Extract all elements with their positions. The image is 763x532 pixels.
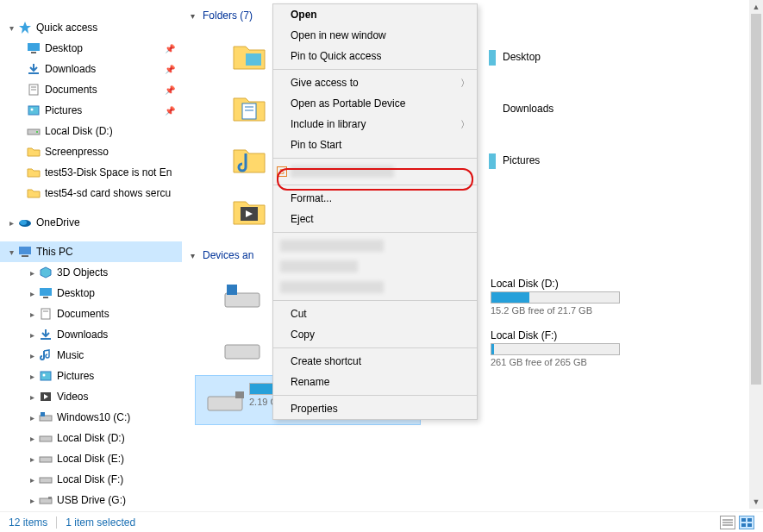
tree-label: This PC	[36, 246, 73, 258]
ctx-create-shortcut[interactable]: Create shortcut	[273, 351, 477, 372]
tree-item-local-disk-f[interactable]: ▸ Local Disk (F:)	[0, 469, 182, 490]
capacity-bar	[491, 291, 620, 304]
tree-label: Documents	[45, 84, 97, 96]
ctx-cut[interactable]: Cut	[273, 304, 477, 324]
onedrive-icon	[17, 216, 33, 229]
folder-tile-desktop[interactable]: Desktop	[480, 34, 644, 79]
downloads-icon	[38, 328, 53, 341]
chevron-down-icon[interactable]: ▾	[191, 11, 203, 21]
usb-drive-icon	[204, 385, 246, 416]
tree-item-desktop[interactable]: Desktop 📌	[0, 38, 182, 59]
folder-icon	[230, 141, 268, 179]
ctx-copy[interactable]: Copy	[273, 324, 477, 345]
ctx-eject[interactable]: Eject	[273, 209, 477, 229]
chevron-down-icon[interactable]: ▾	[5, 247, 17, 257]
pictures-icon	[38, 369, 53, 383]
svg-rect-43	[208, 397, 242, 410]
svg-rect-50	[741, 523, 746, 527]
chevron-right-icon[interactable]: ▸	[26, 392, 38, 402]
section-title: Folders (7)	[203, 9, 253, 22]
ctx-open-new-window[interactable]: Open in new window	[273, 25, 477, 46]
tree-item-documents-pc[interactable]: ▸ Documents	[0, 304, 182, 324]
chevron-right-icon[interactable]: ▸	[26, 496, 38, 505]
chevron-right-icon[interactable]: ▸	[26, 310, 38, 319]
ctx-pin-quick-access[interactable]: Pin to Quick access	[273, 46, 477, 66]
tree-item-downloads-pc[interactable]: ▸ Downloads	[0, 324, 182, 345]
chevron-right-icon[interactable]: ▸	[26, 330, 38, 340]
folder-icon	[230, 193, 268, 231]
folder-tile-pictures[interactable]: Pictures	[480, 138, 644, 183]
tree-item-pictures[interactable]: Pictures 📌	[0, 100, 182, 121]
tree-item-downloads[interactable]: Downloads 📌	[0, 59, 182, 79]
tree-item-documents[interactable]: Documents 📌	[0, 79, 182, 100]
chevron-right-icon[interactable]: ▸	[26, 434, 38, 443]
drive-icon	[222, 281, 263, 312]
tree-item-videos-pc[interactable]: ▸ Videos	[0, 386, 182, 407]
tree-label: Local Disk (E:)	[57, 453, 124, 465]
ctx-blurred-1[interactable]: S	[273, 161, 477, 182]
tree-item-local-disk-d-pc[interactable]: ▸ Local Disk (D:)	[0, 428, 182, 448]
chevron-right-icon[interactable]: ▸	[26, 268, 38, 278]
downloads-icon	[489, 90, 497, 128]
chevron-right-icon[interactable]: ▸	[26, 372, 38, 381]
scroll-up-icon[interactable]: ▲	[749, 0, 763, 14]
view-details-button[interactable]	[720, 516, 735, 529]
ctx-blurred-4[interactable]	[280, 277, 470, 297]
tree-item-pictures-pc[interactable]: ▸ Pictures	[0, 366, 182, 386]
chevron-down-icon[interactable]: ▾	[5, 23, 17, 33]
svg-rect-17	[43, 297, 48, 298]
folder-icon	[26, 166, 41, 179]
tree-item-desktop-pc[interactable]: ▸ Desktop	[0, 283, 182, 304]
tree-this-pc[interactable]: ▾ This PC	[0, 241, 182, 262]
tree-item-local-disk-d[interactable]: Local Disk (D:)	[0, 121, 182, 141]
tree-item-local-disk-e[interactable]: ▸ Local Disk (E:)	[0, 448, 182, 469]
drive-tile-local-disk-f[interactable]: Local Disk (F:) 261 GB free of 265 GB	[480, 324, 704, 372]
tree-label: Desktop	[45, 42, 83, 54]
ctx-open-portable-device[interactable]: Open as Portable Device	[273, 93, 477, 114]
vertical-scrollbar[interactable]: ▲ ▼	[749, 0, 763, 509]
drive-tile-local-disk-d[interactable]: Local Disk (D:) 15.2 GB free of 21.7 GB	[480, 272, 704, 321]
chevron-down-icon[interactable]: ▾	[191, 251, 203, 260]
view-tiles-button[interactable]	[739, 516, 754, 529]
ctx-properties[interactable]: Properties	[273, 398, 477, 419]
ctx-pin-to-start[interactable]: Pin to Start	[273, 135, 477, 155]
svg-point-22	[43, 374, 46, 377]
ctx-give-access-to[interactable]: Give access to〉	[273, 72, 477, 93]
chevron-right-icon[interactable]: ▸	[26, 289, 38, 298]
chevron-right-icon[interactable]: ▸	[26, 351, 38, 360]
drive-tile-obscured-e[interactable]	[213, 324, 282, 372]
tree-label: Downloads	[57, 329, 108, 341]
tree-label: Documents	[57, 308, 109, 320]
svg-rect-51	[747, 523, 752, 527]
tree-item-3d-objects[interactable]: ▸ 3D Objects	[0, 262, 182, 283]
tree-item-usb-drive-g[interactable]: ▸ USB Drive (G:)	[0, 490, 182, 510]
svg-rect-13	[19, 247, 31, 254]
tree-item-test54[interactable]: test54-sd card shows sercu	[0, 183, 182, 203]
tree-quick-access[interactable]: ▾ Quick access	[0, 17, 182, 38]
tree-onedrive[interactable]: ▸ OneDrive	[0, 212, 182, 233]
tree-item-screenpresso[interactable]: Screenpresso	[0, 141, 182, 162]
svg-rect-33	[242, 103, 256, 119]
ctx-blurred-3[interactable]	[280, 256, 470, 277]
ctx-rename[interactable]: Rename	[273, 372, 477, 392]
chevron-right-icon[interactable]: ▸	[26, 454, 38, 464]
svg-marker-0	[19, 22, 31, 34]
drive-tile-obscured-c[interactable]	[213, 272, 282, 321]
folder-tile-downloads[interactable]: Downloads	[480, 86, 644, 131]
scrollbar-thumb[interactable]	[751, 14, 761, 385]
ctx-open[interactable]: Open	[273, 4, 477, 25]
tree-item-music-pc[interactable]: ▸ Music	[0, 345, 182, 366]
chevron-right-icon[interactable]: ▸	[26, 475, 38, 485]
ctx-separator	[273, 158, 477, 159]
tree-item-test53[interactable]: test53-Disk Space is not En	[0, 162, 182, 183]
ctx-format[interactable]: Format...	[273, 188, 477, 209]
ctx-blurred-2[interactable]	[280, 235, 470, 256]
folder-label: Pictures	[503, 154, 540, 166]
chevron-right-icon[interactable]: ▸	[5, 218, 17, 228]
ctx-include-in-library[interactable]: Include in library〉	[273, 114, 477, 135]
scroll-down-icon[interactable]: ▼	[749, 495, 763, 509]
chevron-right-icon[interactable]: ▸	[26, 413, 38, 422]
tree-item-windows10-c[interactable]: ▸ Windows10 (C:)	[0, 407, 182, 428]
drive-icon	[222, 333, 263, 364]
svg-rect-49	[747, 518, 752, 522]
